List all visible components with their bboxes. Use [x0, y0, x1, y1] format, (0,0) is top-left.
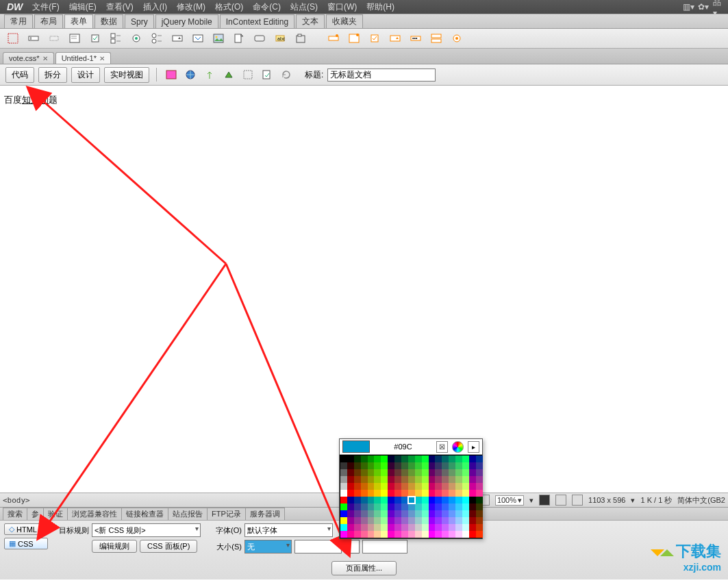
- color-cell[interactable]: [422, 497, 429, 503]
- color-cell[interactable]: [388, 462, 394, 469]
- color-cell[interactable]: [368, 469, 375, 476]
- color-cell[interactable]: [449, 462, 455, 469]
- color-cell[interactable]: [442, 456, 449, 462]
- spry-validation-select-icon[interactable]: [388, 31, 403, 46]
- color-cell[interactable]: [429, 469, 436, 476]
- tab-site-reports[interactable]: 站点报告: [168, 508, 208, 521]
- color-cell[interactable]: [374, 497, 381, 503]
- spry-validation-radio-icon[interactable]: [449, 31, 464, 46]
- color-cell[interactable]: [354, 531, 361, 538]
- color-cell[interactable]: [361, 476, 368, 483]
- color-cell[interactable]: [394, 524, 401, 531]
- color-cell[interactable]: [347, 456, 354, 462]
- color-cell[interactable]: [462, 462, 469, 469]
- extend-icon[interactable]: ✿▾: [698, 1, 709, 12]
- color-cell[interactable]: [455, 462, 462, 469]
- color-cell[interactable]: [462, 503, 469, 510]
- color-cell[interactable]: [442, 497, 449, 503]
- color-cell[interactable]: [388, 510, 394, 517]
- color-cell[interactable]: [429, 531, 436, 538]
- radio-group-icon[interactable]: [149, 31, 164, 46]
- color-cell[interactable]: [449, 517, 455, 524]
- color-cell[interactable]: [394, 517, 401, 524]
- edit-rule-button[interactable]: 编辑规则: [92, 540, 137, 553]
- color-cell[interactable]: [340, 476, 347, 483]
- color-cell[interactable]: [469, 497, 476, 503]
- color-cell[interactable]: [374, 476, 381, 483]
- spry-validation-text-icon[interactable]: [326, 31, 341, 46]
- color-cell[interactable]: [347, 483, 354, 490]
- color-cell[interactable]: [435, 503, 442, 510]
- target-rule-select[interactable]: <新 CSS 规则>: [92, 523, 201, 537]
- color-cell[interactable]: [449, 456, 455, 462]
- color-cell[interactable]: [368, 456, 375, 462]
- color-cell[interactable]: [469, 483, 476, 490]
- color-cell[interactable]: [368, 462, 375, 469]
- text-color-swatch[interactable]: [344, 540, 360, 553]
- tab-data[interactable]: 数据: [95, 14, 123, 28]
- preview-debug-icon[interactable]: [221, 67, 236, 82]
- color-cell[interactable]: [381, 483, 388, 490]
- color-wheel-icon[interactable]: [452, 441, 464, 453]
- color-cell[interactable]: [449, 503, 455, 510]
- color-cell[interactable]: [455, 503, 462, 510]
- color-cell[interactable]: [462, 490, 469, 497]
- label-icon[interactable]: abc: [273, 31, 288, 46]
- color-cell[interactable]: [401, 483, 408, 490]
- color-cell[interactable]: [354, 483, 361, 490]
- color-cell[interactable]: [455, 469, 462, 476]
- color-cell[interactable]: [435, 490, 442, 497]
- menu-file[interactable]: 文件(F): [28, 0, 63, 14]
- color-cell[interactable]: [422, 490, 429, 497]
- checkbox-icon[interactable]: [88, 31, 103, 46]
- color-cell[interactable]: [442, 490, 449, 497]
- color-cell[interactable]: [462, 524, 469, 531]
- color-cell[interactable]: [368, 524, 375, 531]
- color-cell[interactable]: [469, 503, 476, 510]
- color-cell[interactable]: [415, 503, 422, 510]
- image-field-icon[interactable]: [211, 31, 226, 46]
- color-cell[interactable]: [415, 497, 422, 503]
- color-cell[interactable]: [469, 456, 476, 462]
- color-cell[interactable]: [381, 517, 388, 524]
- menu-insert[interactable]: 插入(I): [139, 0, 171, 14]
- tab-browser-compat[interactable]: 浏览器兼容性: [67, 508, 122, 521]
- color-cell[interactable]: [415, 517, 422, 524]
- color-cell[interactable]: [476, 524, 483, 531]
- color-cell[interactable]: [347, 490, 354, 497]
- color-cell[interactable]: [361, 524, 368, 531]
- color-cell[interactable]: [455, 517, 462, 524]
- color-cell[interactable]: [476, 469, 483, 476]
- color-cell[interactable]: [408, 531, 415, 538]
- color-cell[interactable]: [429, 462, 436, 469]
- color-cell[interactable]: [462, 497, 469, 503]
- color-cell[interactable]: [401, 524, 408, 531]
- tab-server-debug[interactable]: 服务器调: [245, 508, 285, 521]
- color-cell[interactable]: [381, 503, 388, 510]
- color-cell[interactable]: [415, 524, 422, 531]
- file-field-icon[interactable]: [231, 31, 247, 46]
- color-cell[interactable]: [415, 531, 422, 538]
- page-properties-button[interactable]: 页面属性...: [331, 561, 397, 575]
- color-cell[interactable]: [354, 490, 361, 497]
- color-cell[interactable]: [449, 476, 455, 483]
- document-title-input[interactable]: [327, 69, 436, 82]
- color-cell[interactable]: [361, 462, 368, 469]
- color-cell[interactable]: [455, 531, 462, 538]
- color-cell[interactable]: [381, 469, 388, 476]
- color-cell[interactable]: [455, 510, 462, 517]
- color-cell[interactable]: [462, 476, 469, 483]
- color-cell[interactable]: [394, 531, 401, 538]
- tab-incontext[interactable]: InContext Editing: [220, 14, 294, 28]
- color-cell[interactable]: [361, 469, 368, 476]
- color-cell[interactable]: [429, 524, 436, 531]
- tab-spry[interactable]: Spry: [125, 14, 154, 28]
- color-cell[interactable]: [374, 524, 381, 531]
- color-cell[interactable]: [415, 510, 422, 517]
- color-cell[interactable]: [442, 510, 449, 517]
- tab-reference[interactable]: 参: [27, 508, 44, 521]
- color-cell[interactable]: [388, 469, 394, 476]
- color-cell[interactable]: [415, 476, 422, 483]
- color-cell[interactable]: [469, 531, 476, 538]
- color-cell[interactable]: [368, 503, 375, 510]
